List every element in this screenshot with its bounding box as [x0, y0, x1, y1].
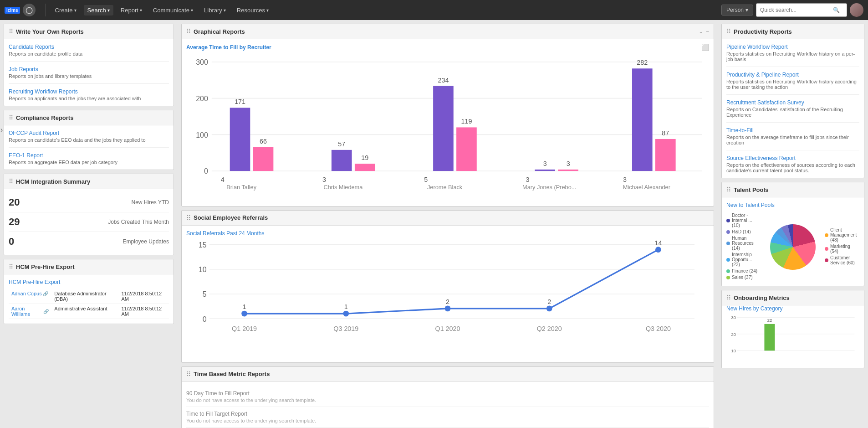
employee-updates-label: Employee Updates [123, 238, 169, 245]
quick-search-box[interactable]: 🔍 [756, 3, 847, 17]
source-effectiveness-link[interactable]: Source Effectiveness Report [726, 155, 859, 161]
productivity-pipeline-link[interactable]: Productivity & Pipeline Report [726, 72, 859, 78]
graphical-title: Graphical Reports [194, 28, 696, 35]
svg-text:3: 3 [623, 176, 627, 183]
social-referrals-link[interactable]: Social Referrals Past 24 Months [186, 230, 264, 237]
create-arrow-icon: ▾ [74, 8, 77, 13]
avg-time-fill-link[interactable]: Average Time to Fill by Recruiter [186, 44, 271, 51]
hcm-grid-icon: ⠿ [9, 178, 13, 185]
social-chart-container: Social Referrals Past 24 Months 15 10 5 … [182, 226, 714, 362]
bar-brian-2 [253, 147, 274, 171]
svg-text:171: 171 [235, 98, 245, 105]
job-reports-link[interactable]: Job Reports [9, 66, 169, 72]
pie-legend: Doctor - Internal ... (10) R&D (14) Huma… [726, 213, 761, 281]
legend-internship: Internship Opportu... (23) [726, 252, 761, 267]
hcm-stat-new-hires: 20 New Hires YTD [9, 193, 169, 212]
time-to-fill-link[interactable]: Time-to-Fill [726, 127, 859, 134]
onboarding-title: Onboarding Metrics [734, 294, 859, 301]
new-hires-category-link[interactable]: New Hires by Category [726, 305, 782, 312]
productivity-body: Pipeline Workflow Report Reports statist… [722, 39, 864, 178]
prehire-table: Adrian Copus 🔗 Database Administrator (D… [9, 289, 169, 319]
compliance-toggle-icon[interactable]: › [0, 126, 3, 134]
ofccp-link[interactable]: OFCCP Audit Report [9, 130, 169, 136]
svg-text:19: 19 [361, 154, 368, 161]
nav-create[interactable]: Create ▾ [51, 5, 80, 15]
source-effectiveness-desc: Reports on the effectiveness of sources … [726, 162, 859, 173]
collapse-icon[interactable]: ⌄ [699, 28, 703, 35]
svg-text:200: 200 [196, 95, 208, 103]
pie-chart-svg [766, 220, 820, 274]
nav-library[interactable]: Library ▾ [200, 5, 230, 15]
ofccp-link-item: OFCCP Audit Report Reports on candidate'… [9, 130, 169, 148]
time-report-2: Time to Fill Target Report You do not ha… [186, 407, 709, 428]
legend-rd: R&D (14) [726, 229, 761, 234]
minimize-icon[interactable]: − [706, 28, 709, 35]
svg-text:5: 5 [203, 290, 207, 298]
legend-finance: Finance (24) [726, 268, 761, 273]
svg-text:282: 282 [637, 59, 648, 66]
productivity-title: Productivity Reports [734, 28, 859, 35]
onboarding-header: ⠿ Onboarding Metrics [722, 290, 864, 305]
bar-chart-svg: 300 200 100 0 171 66 4 [186, 55, 709, 200]
write-reports-body: Candidate Reports Reports on candidate p… [4, 39, 174, 106]
svg-text:5: 5 [424, 176, 428, 183]
recruitment-satisfaction-link[interactable]: Recruitment Satisfaction Survey [726, 99, 859, 106]
logo: icims ◯ [5, 4, 36, 16]
candidate-reports-link[interactable]: Candidate Reports [9, 44, 169, 50]
legend-dot-internship [726, 258, 730, 262]
nav-search[interactable]: Search ▾ [84, 5, 113, 15]
nav-report[interactable]: Report ▾ [117, 5, 146, 15]
svg-text:30: 30 [731, 315, 735, 320]
bar-mary-1 [535, 170, 555, 171]
main-content: ⠿ Write Your Own Reports Candidate Repor… [0, 20, 868, 428]
time-based-header: ⠿ Time Based Metric Reports [182, 367, 714, 382]
recruiting-workflow-link[interactable]: Recruiting Workflow Reports [9, 88, 169, 95]
prehire-role-2: Administrative Assistant [51, 304, 118, 319]
ofccp-desc: Reports on candidate's EEO data and the … [9, 137, 169, 143]
nav-search-area: Person ▾ 🔍 [721, 3, 863, 17]
bar-jerome-2 [456, 127, 477, 171]
person-dropdown[interactable]: Person ▾ [721, 5, 753, 15]
eeo1-link-item: EEO-1 Report Reports on aggregate EEO da… [9, 152, 169, 165]
search-arrow-icon: ▾ [107, 8, 110, 13]
nav-communicate[interactable]: Communicate ▾ [149, 5, 197, 15]
time-report-2-name: Time to Fill Target Report [186, 411, 709, 417]
social-title: Social Employee Referrals [194, 214, 709, 221]
eeo1-link[interactable]: EEO-1 Report [9, 152, 169, 159]
svg-text:234: 234 [438, 77, 449, 84]
nav-resources[interactable]: Resources ▾ [233, 5, 272, 15]
chart-download-icon[interactable]: ⬜ [701, 44, 709, 51]
legend-sales: Sales (37) [726, 275, 761, 280]
point-q3-2020 [655, 247, 661, 253]
pipeline-workflow-link[interactable]: Pipeline Workflow Report [726, 44, 859, 50]
search-icon: 🔍 [833, 7, 840, 13]
legend-marketing: Marketing (54) [825, 244, 859, 254]
prehire-role-1: Database Administrator (DBA) [51, 289, 118, 304]
jobs-created-label: Jobs Created This Month [108, 219, 169, 225]
pipeline-workflow-desc: Reports statistics on Recruiting Workflo… [726, 51, 859, 62]
prehire-export-link[interactable]: HCM Pre-Hire Export [9, 279, 60, 285]
time-report-1-name: 90 Day Time to Fill Report [186, 390, 709, 397]
bar-michael-2 [655, 139, 676, 171]
bar-chris-2 [355, 164, 375, 171]
communicate-arrow-icon: ▾ [191, 8, 193, 13]
svg-text:15: 15 [199, 241, 207, 249]
svg-text:Q3 2020: Q3 2020 [646, 325, 671, 332]
talent-pools-body: New to Talent Pools Doctor - Internal ..… [722, 197, 864, 286]
quick-search-input[interactable] [760, 7, 833, 13]
prehire-body: HCM Pre-Hire Export Adrian Copus 🔗 Datab… [4, 274, 174, 324]
social-referrals-panel: ⠿ Social Employee Referrals Social Refer… [181, 210, 714, 363]
new-hires-label: New Hires YTD [132, 199, 169, 206]
new-to-talent-pools-link[interactable]: New to Talent Pools [726, 202, 775, 208]
svg-text:Michael Alexander: Michael Alexander [623, 184, 671, 191]
candidate-reports-desc: Reports on candidate profile data [9, 51, 169, 57]
point-q1-2020 [445, 305, 451, 311]
link-icon-1: 🔗 [43, 291, 48, 296]
write-reports-grid-icon: ⠿ [9, 28, 13, 35]
compliance-body: › OFCCP Audit Report Reports on candidat… [4, 125, 174, 170]
pie-legend-right: Client Management (48) Marketing (54) Cu… [825, 227, 859, 267]
avatar[interactable] [850, 3, 863, 17]
svg-text:Chris Miedema: Chris Miedema [324, 184, 363, 191]
productivity-header: ⠿ Productivity Reports [722, 24, 864, 39]
legend-client-mgmt: Client Management (48) [825, 227, 859, 242]
